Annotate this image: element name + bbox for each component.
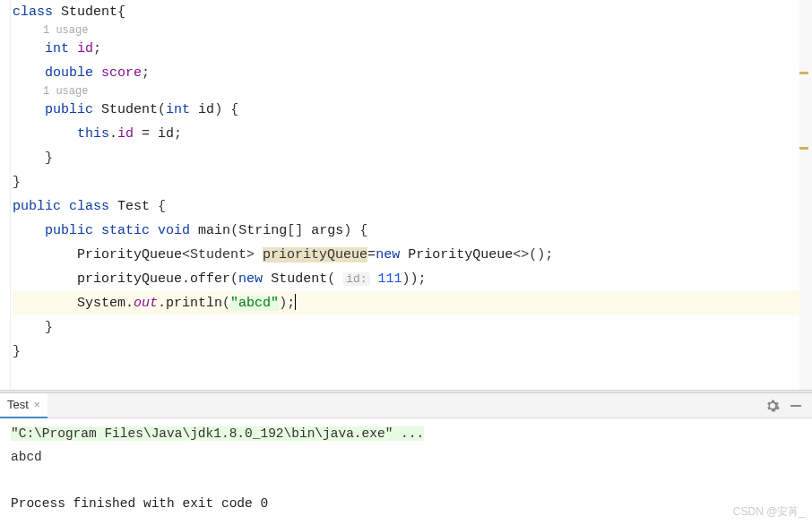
code-line[interactable]: } bbox=[13, 340, 812, 364]
gutter bbox=[0, 0, 11, 390]
diamond: <>() bbox=[513, 247, 545, 262]
brace: { bbox=[150, 199, 166, 214]
class-ref: System bbox=[77, 296, 125, 311]
code-line[interactable]: public static void main(String[] args) { bbox=[13, 219, 812, 243]
brace: { bbox=[117, 4, 125, 20]
parameter: id bbox=[198, 102, 214, 117]
semicolon: ; bbox=[93, 41, 101, 56]
operator: = bbox=[367, 247, 376, 262]
code-line[interactable]: priorityQueue.offer(new Student( id: 111… bbox=[13, 267, 812, 291]
code-line[interactable]: public Student(int id) { bbox=[13, 98, 812, 122]
method-name: main bbox=[198, 223, 230, 238]
method-call: offer bbox=[190, 271, 230, 287]
keyword: public bbox=[45, 223, 93, 238]
generic: <Student> bbox=[182, 247, 255, 262]
code-line[interactable]: this.id = id; bbox=[13, 122, 812, 146]
watermark: CSDN @安苒_ bbox=[733, 504, 805, 520]
field: id bbox=[117, 126, 134, 142]
constructor-call: Student bbox=[271, 271, 327, 287]
brace: } bbox=[45, 151, 53, 166]
parameter-hint: id: bbox=[343, 272, 369, 286]
warning-marker[interactable] bbox=[799, 72, 808, 74]
field: score bbox=[101, 65, 142, 81]
close-punct: ); bbox=[279, 296, 295, 311]
keyword: int bbox=[45, 41, 69, 56]
console-stdout: abcd bbox=[11, 450, 42, 464]
keyword: void bbox=[158, 223, 190, 238]
brace: ) { bbox=[343, 223, 367, 238]
parameter: args bbox=[311, 223, 343, 238]
keyword: new bbox=[376, 247, 400, 262]
console-command: "C:\Program Files\Java\jdk1.8.0_192\bin\… bbox=[11, 426, 424, 441]
code-line[interactable]: class Student{ bbox=[13, 0, 812, 24]
brace: } bbox=[45, 320, 53, 335]
keyword: public bbox=[45, 102, 93, 117]
close-icon[interactable]: × bbox=[34, 399, 40, 411]
usage-hint[interactable]: 1 usage bbox=[13, 24, 812, 37]
code-line[interactable]: public class Test { bbox=[13, 194, 812, 219]
brace: ) { bbox=[214, 102, 238, 117]
console-tab-bar: Test × bbox=[0, 393, 812, 418]
identifier: id bbox=[158, 126, 174, 142]
operator: = bbox=[134, 126, 158, 142]
type: String bbox=[238, 223, 287, 238]
keyword: static bbox=[101, 223, 150, 238]
semicolon: ; bbox=[545, 247, 553, 262]
variable: priorityQueue bbox=[77, 271, 182, 287]
keyword: int bbox=[166, 102, 190, 117]
keyword: class bbox=[69, 199, 109, 214]
gear-icon[interactable] bbox=[765, 399, 780, 413]
usage-hint[interactable]: 1 usage bbox=[13, 85, 812, 98]
constructor-call: PriorityQueue bbox=[408, 247, 513, 262]
console-exit: Process finished with exit code 0 bbox=[11, 496, 268, 511]
code-line[interactable]: } bbox=[13, 315, 812, 340]
svg-rect-0 bbox=[790, 405, 801, 407]
caret-icon bbox=[295, 294, 296, 310]
number: 111 bbox=[378, 271, 402, 287]
class-name: Test bbox=[117, 199, 150, 214]
variable-highlighted: priorityQueue bbox=[263, 247, 367, 262]
keyword: class bbox=[13, 4, 53, 20]
code-line[interactable]: } bbox=[13, 146, 812, 170]
method-call: println bbox=[166, 296, 222, 311]
semicolon: ; bbox=[174, 126, 182, 142]
keyword: double bbox=[45, 65, 93, 81]
code-line[interactable]: int id; bbox=[13, 37, 812, 61]
brace: } bbox=[13, 344, 21, 359]
keyword: this bbox=[77, 126, 109, 142]
code-line[interactable]: double score; bbox=[13, 61, 812, 85]
brackets: [] bbox=[287, 223, 303, 238]
keyword: public bbox=[13, 199, 61, 214]
warning-marker[interactable] bbox=[799, 147, 808, 150]
semicolon: ; bbox=[142, 65, 150, 81]
code-lines: class Student{ 1 usage int id; double sc… bbox=[0, 0, 812, 364]
keyword: new bbox=[238, 271, 263, 287]
code-line[interactable]: } bbox=[13, 170, 812, 194]
static-field: out bbox=[134, 296, 158, 311]
constructor-name: Student bbox=[101, 102, 158, 117]
close-punct: )); bbox=[402, 271, 427, 287]
tab-label: Test bbox=[7, 398, 29, 411]
console-output[interactable]: "C:\Program Files\Java\jdk1.8.0_192\bin\… bbox=[0, 418, 812, 519]
marker-rail bbox=[799, 0, 812, 390]
class-name: Student bbox=[61, 4, 117, 20]
minimize-icon[interactable] bbox=[789, 399, 803, 413]
brace: } bbox=[13, 175, 21, 190]
type: PriorityQueue bbox=[77, 247, 182, 262]
console-tab-test[interactable]: Test × bbox=[0, 393, 48, 418]
string-literal: "abcd" bbox=[230, 296, 279, 311]
field: id bbox=[77, 41, 93, 56]
code-editor[interactable]: class Student{ 1 usage int id; double sc… bbox=[0, 0, 812, 390]
code-line-current[interactable]: System.out.println("abcd"); bbox=[13, 291, 812, 315]
code-line[interactable]: PriorityQueue<Student> priorityQueue=new… bbox=[13, 243, 812, 267]
